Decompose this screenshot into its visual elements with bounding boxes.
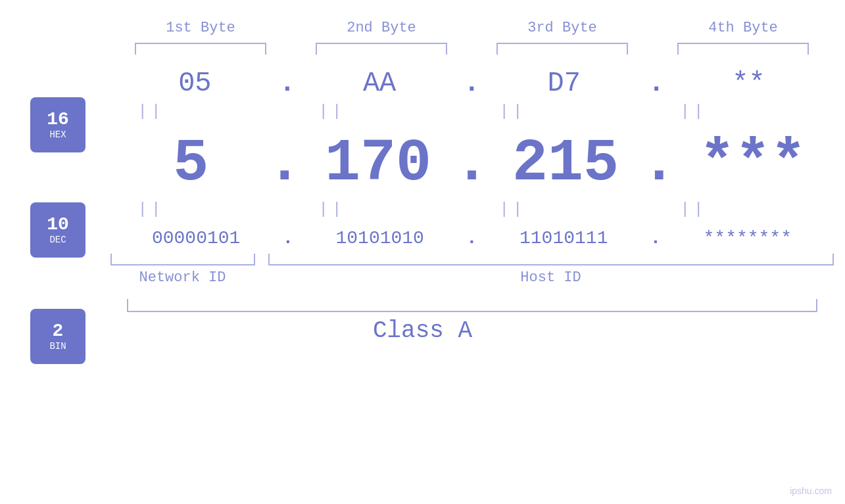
bin-row: 00000101 . 10101010 . 11010111 . *******… — [110, 228, 834, 248]
network-id-label: Network ID — [110, 269, 255, 286]
eq-1-3: || — [434, 103, 592, 120]
dec-val-1: 5 — [173, 130, 208, 197]
hex-byte-4: ** — [670, 68, 828, 99]
badge-hex-number: 16 — [47, 110, 69, 130]
dec-byte-3: 215 — [487, 130, 644, 197]
bracket-host-id — [268, 254, 834, 265]
dec-val-4: *** — [700, 130, 806, 197]
host-id-label: Host ID — [268, 269, 834, 286]
dec-dot-2: . — [454, 134, 489, 193]
bracket-top-3 — [496, 43, 628, 55]
eq-1-4: || — [615, 103, 773, 120]
hex-byte-3: D7 — [485, 68, 643, 99]
hex-dot-1: . — [279, 70, 295, 97]
badge-bin-number: 2 — [53, 321, 64, 342]
bin-val-4: ******** — [704, 228, 792, 248]
main-container: 16 HEX 10 DEC 2 BIN 1st Byte 2nd Byte 3r… — [0, 0, 845, 504]
dec-dot-3: . — [641, 134, 677, 193]
hex-val-4: ** — [732, 68, 765, 99]
dec-dot-1: . — [267, 134, 302, 193]
eq-1-1: || — [72, 103, 230, 120]
class-bar — [127, 299, 817, 312]
bracket-top-1 — [135, 43, 266, 55]
col-header-1: 1st Byte — [122, 20, 279, 36]
bracket-top-2 — [316, 43, 447, 55]
badge-dec-number: 10 — [47, 215, 69, 235]
eq-1-2: || — [253, 103, 411, 120]
eq-2-2: || — [253, 200, 411, 218]
bin-dot-3: . — [650, 229, 662, 248]
badge-bin-label: BIN — [49, 341, 66, 352]
badge-hex-label: HEX — [49, 129, 66, 140]
col-header-4: 4th Byte — [664, 20, 822, 36]
bin-byte-3: 11010111 — [485, 228, 642, 248]
watermark: ipshu.com — [790, 486, 832, 496]
bracket-top-4 — [677, 43, 809, 55]
badge-dec: 10 DEC — [30, 202, 85, 258]
hex-byte-2: AA — [301, 68, 458, 99]
badge-hex: 16 HEX — [30, 97, 85, 152]
bin-dot-1: . — [283, 229, 294, 248]
dec-byte-1: 5 — [112, 130, 270, 197]
hex-dot-2: . — [464, 70, 480, 97]
hex-dot-3: . — [648, 70, 665, 97]
equals-row-1: || || || || — [61, 103, 785, 120]
eq-2-1: || — [72, 200, 230, 218]
col-header-2: 2nd Byte — [302, 20, 460, 36]
bin-val-1: 00000101 — [152, 228, 240, 248]
top-brackets — [110, 43, 834, 55]
class-label: Class A — [373, 317, 472, 344]
hex-val-2: AA — [363, 68, 396, 99]
col-header-3: 3rd Byte — [483, 20, 641, 36]
bottom-brackets — [110, 254, 834, 265]
badge-bin: 2 BIN — [30, 309, 85, 364]
dec-val-3: 215 — [512, 130, 619, 197]
eq-2-3: || — [434, 200, 592, 218]
bin-byte-2: 10101010 — [301, 228, 459, 248]
bin-dot-2: . — [466, 229, 477, 248]
hex-val-3: D7 — [548, 68, 581, 99]
dec-row: 5 . 170 . 215 . *** — [110, 130, 834, 197]
dec-byte-2: 170 — [299, 130, 457, 197]
bin-byte-1: 00000101 — [117, 228, 275, 248]
hex-byte-1: 05 — [116, 68, 274, 99]
bin-val-2: 10101010 — [335, 228, 423, 248]
bottom-section: Network ID Host ID — [110, 254, 834, 286]
eq-2-4: || — [615, 200, 773, 218]
id-labels: Network ID Host ID — [110, 269, 834, 286]
hex-val-1: 05 — [178, 68, 211, 99]
hex-row: 05 . AA . D7 . ** — [110, 68, 834, 99]
bin-byte-4: ******** — [669, 228, 827, 248]
badge-dec-label: DEC — [49, 235, 66, 245]
dec-val-2: 170 — [325, 130, 431, 197]
bracket-network-id — [110, 254, 255, 265]
dec-byte-4: *** — [674, 130, 832, 197]
column-headers: 1st Byte 2nd Byte 3rd Byte 4th Byte — [110, 20, 834, 36]
equals-row-2: || || || || — [61, 200, 785, 218]
bin-val-3: 11010111 — [519, 228, 608, 248]
